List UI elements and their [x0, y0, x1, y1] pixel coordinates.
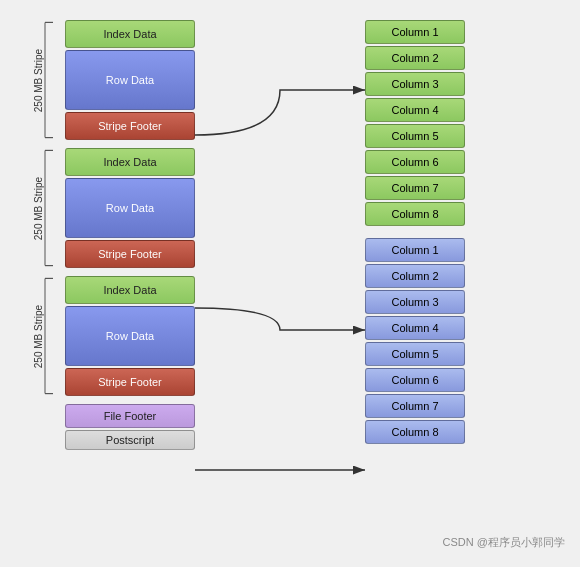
stripe-label-1: 250 MB Stripe	[34, 48, 45, 111]
watermark: CSDN @程序员小郭同学	[443, 535, 565, 550]
stripe1-row-data: Row Data	[65, 50, 195, 110]
columns-blue-group: Column 1 Column 2 Column 3 Column 4 Colu…	[365, 238, 465, 444]
col-blue-5: Column 5	[365, 342, 465, 366]
left-column: 250 MB Stripe Index Data Row Data Stripe…	[65, 20, 195, 452]
stripe1-footer: Stripe Footer	[65, 112, 195, 140]
col-blue-1: Column 1	[365, 238, 465, 262]
stripe-group-1: 250 MB Stripe Index Data Row Data Stripe…	[65, 20, 195, 140]
col-green-5: Column 5	[365, 124, 465, 148]
stripe3-footer: Stripe Footer	[65, 368, 195, 396]
stripe2-row-data: Row Data	[65, 178, 195, 238]
file-footer: File Footer	[65, 404, 195, 428]
stripe3-row-data: Row Data	[65, 306, 195, 366]
columns-green-group: Column 1 Column 2 Column 3 Column 4 Colu…	[365, 20, 465, 226]
diagram-container: 250 MB Stripe Index Data Row Data Stripe…	[10, 10, 570, 555]
stripe-label-3: 250 MB Stripe	[34, 304, 45, 367]
col-blue-3: Column 3	[365, 290, 465, 314]
stripe3-index-data: Index Data	[65, 276, 195, 304]
stripe2-footer: Stripe Footer	[65, 240, 195, 268]
stripe2-index-data: Index Data	[65, 148, 195, 176]
col-green-3: Column 3	[365, 72, 465, 96]
stripe1-index-data: Index Data	[65, 20, 195, 48]
col-blue-7: Column 7	[365, 394, 465, 418]
right-column: Column 1 Column 2 Column 3 Column 4 Colu…	[365, 20, 465, 450]
stripe-label-2: 250 MB Stripe	[34, 176, 45, 239]
col-green-4: Column 4	[365, 98, 465, 122]
col-blue-4: Column 4	[365, 316, 465, 340]
postscript: Postscript	[65, 430, 195, 450]
col-green-2: Column 2	[365, 46, 465, 70]
col-green-6: Column 6	[365, 150, 465, 174]
col-blue-2: Column 2	[365, 264, 465, 288]
stripe-group-3: 250 MB Stripe Index Data Row Data Stripe…	[65, 276, 195, 396]
col-green-1: Column 1	[365, 20, 465, 44]
col-blue-8: Column 8	[365, 420, 465, 444]
col-blue-6: Column 6	[365, 368, 465, 392]
col-green-8: Column 8	[365, 202, 465, 226]
stripe-group-2: 250 MB Stripe Index Data Row Data Stripe…	[65, 148, 195, 268]
col-green-7: Column 7	[365, 176, 465, 200]
